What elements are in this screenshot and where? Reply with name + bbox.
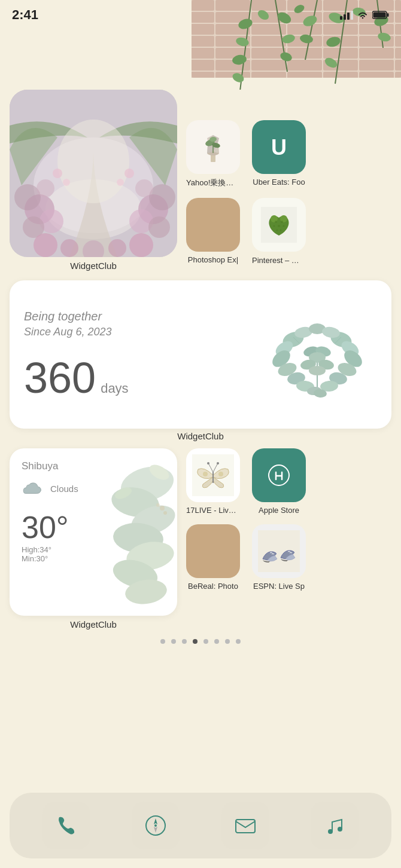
- widgetclub-large-label: WidgetClub: [70, 261, 117, 271]
- being-together-days: 360 days: [24, 356, 257, 399]
- svg-point-113: [203, 472, 208, 476]
- top-apps-section: WidgetClub: [10, 90, 391, 271]
- svg-point-69: [278, 225, 280, 227]
- widgetclub-large-icon[interactable]: [10, 90, 177, 257]
- being-together-date: Since Aug 6, 2023: [24, 326, 257, 338]
- eucalyptus-heart: [257, 295, 377, 414]
- temp-low: Min:30°: [22, 554, 48, 563]
- svg-point-116: [207, 462, 209, 464]
- svg-rect-29: [351, 11, 353, 20]
- weather-widget-label: WidgetClub: [70, 619, 117, 629]
- ubereats-label: Uber Eats: Foo: [253, 178, 305, 187]
- svg-point-117: [217, 462, 219, 464]
- yahoo-label: Yahoo!乗換案内: [186, 178, 240, 188]
- svg-point-73: [280, 230, 282, 231]
- svg-point-49: [124, 169, 134, 178]
- pinterest-label: Pinterest – おし: [252, 255, 306, 266]
- applestore-label: Apple Store: [259, 506, 299, 515]
- svg-point-46: [57, 120, 129, 203]
- bereal-espn-row: BeReal: Photo: [183, 524, 391, 591]
- weather-widget[interactable]: Shibuya Clouds 30° High:34° Min:30°: [10, 448, 177, 616]
- svg-point-47: [53, 169, 62, 178]
- yahoo-icon[interactable]: [186, 120, 240, 174]
- svg-rect-27: [344, 14, 346, 20]
- pinterest-app[interactable]: Pinterest – おし: [249, 198, 309, 266]
- svg-point-48: [63, 179, 70, 186]
- being-together-widget[interactable]: Being together Since Aug 6, 2023 360 day…: [10, 280, 391, 429]
- page-dot-8[interactable]: [236, 639, 241, 644]
- svg-point-53: [108, 239, 126, 257]
- temp-range: High:34° Min:30°: [22, 545, 165, 563]
- signal-icon: [340, 10, 353, 20]
- svg-rect-32: [387, 13, 389, 17]
- yahoo-uber-row: Yahoo!乗換案内 U Uber Eats: Foo: [183, 120, 391, 188]
- svg-point-43: [148, 216, 170, 238]
- ubereats-app[interactable]: U Uber Eats: Foo: [249, 120, 309, 187]
- live17-app[interactable]: 17LIVE - Live S: [183, 448, 243, 515]
- photoshop-app[interactable]: Photoshop Ex|: [183, 198, 243, 264]
- bereal-icon[interactable]: [186, 524, 240, 578]
- applestore-app[interactable]: Apple Store: [249, 448, 309, 515]
- page-dot-4[interactable]: [193, 639, 198, 644]
- svg-point-51: [34, 233, 57, 257]
- status-bar: 2:41: [0, 0, 401, 30]
- page-dot-6[interactable]: [214, 639, 219, 644]
- espn-label: ESPN: Live Sp: [253, 582, 305, 591]
- days-label: days: [101, 381, 128, 396]
- yahoo-app[interactable]: Yahoo!乗換案内: [183, 120, 243, 188]
- widgetclub-large-wrapper: WidgetClub: [10, 90, 177, 271]
- page-dot-3[interactable]: [182, 639, 187, 644]
- svg-rect-26: [340, 16, 342, 20]
- battery-icon: [372, 10, 389, 20]
- weather-widgetclub-wrapper: Shibuya Clouds 30° High:34° Min:30° Widg…: [10, 448, 177, 629]
- live17-label: 17LIVE - Live S: [186, 506, 240, 515]
- photoshop-pinterest-row: Photoshop Ex|: [183, 198, 391, 266]
- svg-point-40: [37, 179, 54, 197]
- svg-point-71: [283, 225, 285, 227]
- right-apps-top: Yahoo!乗換案内 U Uber Eats: Foo: [183, 120, 391, 271]
- page-dot-7[interactable]: [225, 639, 230, 644]
- pinterest-icon[interactable]: [252, 198, 306, 252]
- svg-point-111: [156, 503, 160, 507]
- page-content: WidgetClub: [0, 30, 401, 868]
- svg-rect-118: [258, 530, 300, 572]
- photoshop-icon[interactable]: [186, 198, 240, 252]
- applestore-icon[interactable]: [252, 448, 306, 502]
- bereal-app[interactable]: BeReal: Photo: [183, 524, 243, 591]
- page-dots: [10, 639, 391, 644]
- weather-cloud: Clouds: [22, 479, 165, 497]
- espn-icon[interactable]: [252, 524, 306, 578]
- days-number: 360: [24, 356, 96, 399]
- svg-point-50: [117, 179, 124, 186]
- second-right-apps: 17LIVE - Live S Apple Store: [183, 448, 391, 595]
- svg-rect-31: [373, 13, 386, 18]
- svg-point-70: [274, 225, 275, 227]
- svg-point-52: [60, 239, 78, 257]
- weather-condition: Clouds: [50, 484, 78, 494]
- svg-rect-28: [347, 13, 350, 20]
- cloud-icon: [22, 479, 45, 497]
- svg-point-95: [309, 366, 326, 375]
- second-row: Shibuya Clouds 30° High:34° Min:30° Widg…: [10, 448, 391, 629]
- page-dot-5[interactable]: [203, 639, 208, 644]
- page-dot-1[interactable]: [160, 639, 165, 644]
- being-together-title: Being together: [24, 310, 257, 323]
- espn-app[interactable]: ESPN: Live Sp: [249, 524, 309, 591]
- temp-high: High:34°: [22, 545, 51, 554]
- ubereats-icon[interactable]: U: [252, 120, 306, 174]
- being-together-left: Being together Since Aug 6, 2023 360 day…: [24, 310, 257, 399]
- being-together-widget-label: WidgetClub: [10, 431, 391, 441]
- svg-point-54: [129, 233, 153, 257]
- svg-point-67: [275, 221, 277, 223]
- status-time: 2:41: [12, 7, 38, 23]
- svg-point-72: [277, 230, 278, 231]
- status-icons: [340, 10, 389, 20]
- widgetclub-floral-bg: [10, 90, 177, 257]
- live17-icon[interactable]: [186, 448, 240, 502]
- wifi-icon: [357, 10, 369, 20]
- page-dot-2[interactable]: [171, 639, 176, 644]
- svg-point-45: [135, 179, 153, 197]
- weather-temp: 30° High:34° Min:30°: [22, 509, 165, 563]
- svg-point-114: [218, 472, 223, 476]
- svg-text:U: U: [271, 135, 287, 160]
